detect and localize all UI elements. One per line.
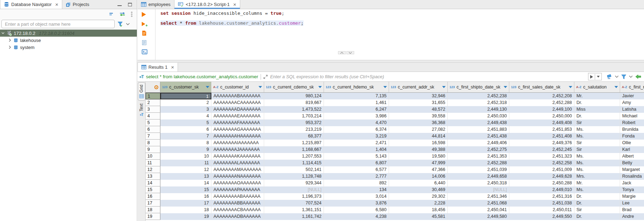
filter-query[interactable]: select * from lakehouse.customer_analyti… [146, 74, 258, 79]
row-number[interactable]: 5 [146, 119, 160, 126]
grid-cell[interactable]: 2,451,323 [509, 153, 574, 160]
column-dropdown-icon[interactable] [383, 86, 387, 88]
grid-cell[interactable]: 17 [160, 200, 211, 207]
grid-cell[interactable]: 980,124 [264, 93, 324, 99]
grid-cell[interactable]: 2,449,408 [509, 119, 574, 126]
grid-cell[interactable]: 14,006 [389, 173, 448, 180]
execute-statement-button[interactable] [142, 12, 146, 17]
close-icon[interactable]: × [233, 2, 236, 7]
chevron-down-icon[interactable] [126, 23, 130, 25]
close-icon[interactable]: × [55, 2, 58, 7]
grid-cell[interactable]: Sir [574, 207, 620, 213]
grid-cell[interactable]: 27,082 [389, 126, 448, 133]
grid-cell[interactable]: Mr. [574, 93, 620, 99]
minimize-icon[interactable] [117, 3, 122, 6]
grid-cell[interactable]: Tonya [620, 186, 644, 193]
row-number[interactable]: 3 [146, 106, 160, 113]
grid-cell[interactable]: 1,128,748 [264, 173, 324, 180]
grid-cell[interactable]: 29,302 [389, 193, 448, 200]
side-tab-text[interactable]: Text «T [138, 102, 145, 118]
grid-cell[interactable]: 4,238 [324, 213, 389, 220]
grid-cell[interactable]: 18 [160, 207, 211, 213]
maximize-icon[interactable] [128, 3, 132, 6]
grid-cell[interactable]: 1,215,897 [264, 140, 324, 146]
grid-cell[interactable]: Ms. [574, 126, 620, 133]
grid-cell[interactable]: 2,451,438 [448, 133, 509, 140]
search-input[interactable] [1, 20, 115, 28]
grid-cell[interactable]: 12 [160, 166, 211, 173]
grid-cell[interactable]: AAAAAAAABAAAAAAA [211, 93, 264, 99]
tab-database-navigator[interactable]: Database Navigator × [0, 0, 62, 9]
grid-cell[interactable]: Rosalinda [620, 173, 644, 180]
grid-cell[interactable]: AAAAAAAACBAAAAAA [211, 207, 264, 213]
grid-cell[interactable]: Dr. [574, 213, 620, 220]
column-dropdown-icon[interactable] [442, 86, 446, 88]
row-number[interactable]: 19 [146, 213, 160, 220]
grid-cell[interactable]: 2,452,288 [509, 99, 574, 106]
grid-cell[interactable]: 4,470 [324, 119, 389, 126]
grid-cell[interactable]: Ms. [574, 160, 620, 166]
grid-cell[interactable]: 1,114,415 [264, 160, 324, 166]
tree-item-system[interactable]: system [0, 44, 137, 51]
column-header-c_customer_id[interactable]: A-Zc_customer_id [211, 82, 264, 92]
grid-cell[interactable]: 45,581 [389, 213, 448, 220]
grid-cell[interactable]: 1 [160, 93, 211, 99]
grid-cell[interactable]: Miss [574, 106, 620, 113]
grid-cell[interactable]: 953,372 [264, 119, 324, 126]
column-header-c_first_sales_date_sk[interactable]: 123c_first_sales_date_sk [509, 82, 574, 92]
column-header-c_first_shipto_date_sk[interactable]: 123c_first_shipto_date_sk [448, 82, 509, 92]
collapse-all-icon[interactable] [109, 12, 114, 16]
grid-cell[interactable]: 2,450,011 [509, 207, 574, 213]
grid-cell[interactable]: Ms. [574, 153, 620, 160]
grid-cell[interactable]: Jack [620, 180, 644, 186]
column-dropdown-icon[interactable] [206, 86, 209, 88]
row-number[interactable]: 8 [146, 140, 160, 146]
grid-cell[interactable]: 1,361,151 [264, 207, 324, 213]
grid-cell[interactable]: 3,876 [324, 200, 389, 207]
menu-dots-icon[interactable] [131, 12, 133, 17]
grid-cell[interactable]: 2,450,288 [509, 180, 574, 186]
grid-cell[interactable]: 9 [160, 146, 211, 153]
grid-cell[interactable]: 5 [160, 119, 211, 126]
row-number[interactable]: 4 [146, 113, 160, 119]
grid-cell[interactable]: Ms. [574, 133, 620, 140]
row-number[interactable]: 14 [146, 180, 160, 186]
grid-cell[interactable]: 47,999 [389, 160, 448, 166]
grid-cell[interactable]: 6 [160, 126, 211, 133]
back-arrow-icon[interactable] [635, 74, 641, 79]
grid-cell[interactable]: 44,814 [389, 133, 448, 140]
grid-cell[interactable]: 2,451,038 [509, 200, 574, 207]
grid-cell[interactable]: Albert [620, 153, 644, 160]
grid-cell[interactable]: 15 [160, 186, 211, 193]
sql-console-button[interactable] [142, 49, 147, 54]
grid-cell[interactable]: 4 [160, 113, 211, 119]
sql-code[interactable]: set session hide_inaccessible_columns = … [156, 9, 644, 60]
grid-cell[interactable]: Michael [620, 113, 644, 119]
grid-cell[interactable]: 2,452,275 [448, 146, 509, 153]
grid-cell[interactable]: 48,572 [389, 106, 448, 113]
grid-cell[interactable]: Andre [620, 213, 644, 220]
row-number[interactable]: 17 [146, 200, 160, 207]
grid-cell[interactable]: 2,451,068 [448, 200, 509, 207]
row-number[interactable]: 6 [146, 126, 160, 133]
filter-funnel-icon[interactable] [621, 74, 626, 79]
grid-cell[interactable]: Betty [620, 160, 644, 166]
tab-projects[interactable]: Projects [62, 0, 93, 9]
collapse-up-icon[interactable] [338, 51, 346, 54]
grid-cell[interactable]: 1,168,667 [264, 146, 324, 153]
grid-cell[interactable]: 1,161,742 [264, 213, 324, 220]
grid-cell[interactable]: 3,219 [324, 133, 389, 140]
grid-cell[interactable]: 32,946 [389, 93, 448, 99]
grid-cell[interactable]: Latisha [620, 106, 644, 113]
grid-cell[interactable]: 10 [160, 153, 211, 160]
grid-cell[interactable]: Lee [620, 200, 644, 207]
grid-cell[interactable]: [NULL] [264, 186, 324, 193]
code-line[interactable]: set session hide_inaccessible_columns = … [160, 11, 644, 16]
row-number[interactable]: 10 [146, 153, 160, 160]
grid-cell[interactable]: Karl [620, 146, 644, 153]
grid-cell[interactable]: Brad [620, 207, 644, 213]
chevron-right-icon[interactable] [7, 45, 13, 49]
grid-cell[interactable]: 16,598 [389, 140, 448, 146]
grid-cell[interactable]: AAAAAAAADAAAAAAA [211, 106, 264, 113]
row-number[interactable]: 18 [146, 207, 160, 213]
